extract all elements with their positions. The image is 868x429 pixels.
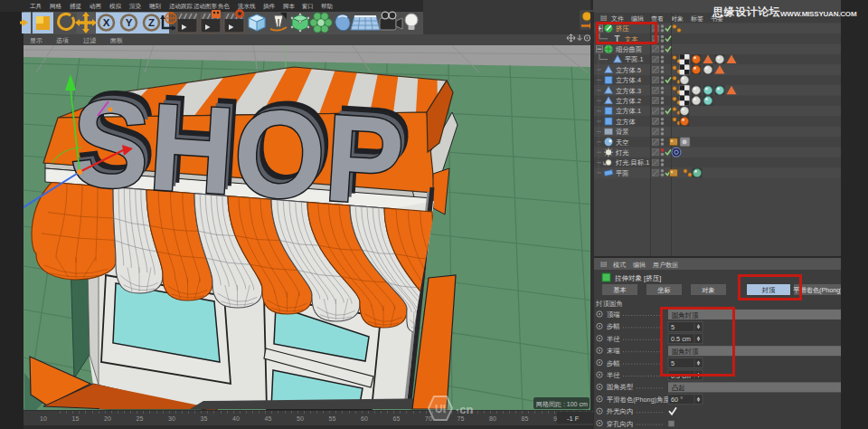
svg-text:顶端: 顶端 [607, 310, 620, 319]
svg-text:穿孔向内: 穿孔向内 [607, 420, 633, 428]
svg-text:圆角类型: 圆角类型 [607, 383, 634, 391]
svg-text:·cn: ·cn [456, 403, 474, 416]
svg-text:半径: 半径 [607, 371, 620, 379]
svg-text:外壳向内: 外壳向内 [606, 407, 633, 415]
svg-text:末端: 末端 [607, 347, 620, 355]
svg-text:UI: UI [435, 403, 446, 415]
svg-text:半径: 半径 [607, 335, 620, 343]
svg-text:拉伸对象 [挤压]: 拉伸对象 [挤压] [614, 274, 661, 282]
svg-text:步幅: 步幅 [607, 359, 620, 367]
svg-text:平滑着色(Phong)角度: 平滑着色(Phong)角度 [607, 396, 670, 404]
svg-text:步幅: 步幅 [607, 322, 620, 330]
svg-text:对象: 对象 [702, 286, 714, 294]
svg-text:封顶圆角: 封顶圆角 [595, 300, 623, 308]
svg-text:坐标: 坐标 [657, 286, 670, 294]
svg-text:60 °: 60 ° [671, 396, 683, 404]
svg-text:基本: 基本 [613, 286, 626, 294]
svg-text:凸起: 凸起 [672, 384, 685, 392]
